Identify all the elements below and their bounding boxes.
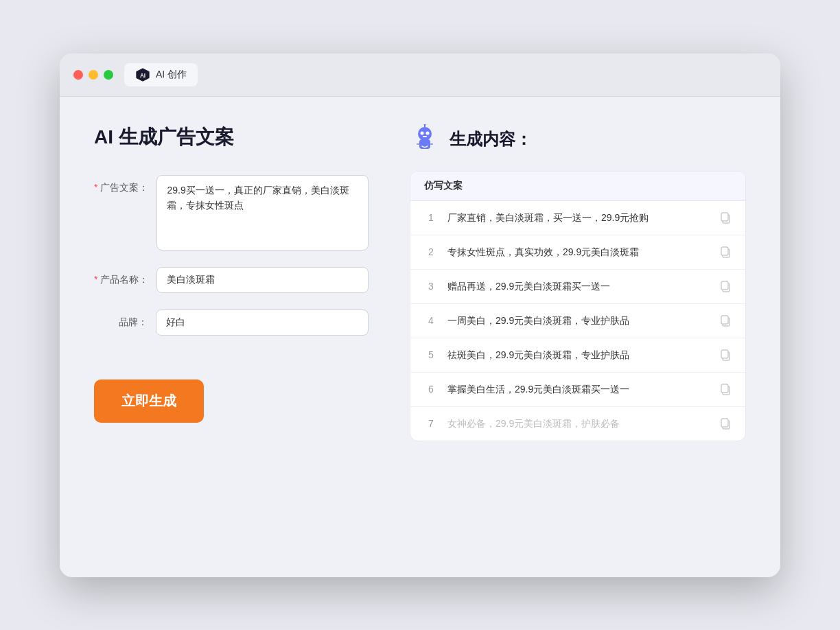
robot-icon (410, 124, 440, 154)
right-panel: 生成内容： 仿写文案 1厂家直销，美白淡斑霜，买一送一，29.9元抢购 2专抹女… (410, 124, 746, 550)
right-title: 生成内容： (450, 128, 532, 150)
svg-rect-12 (721, 213, 728, 221)
row-text: 专抹女性斑点，真实功效，29.9元美白淡斑霜 (447, 245, 710, 259)
table-row: 7女神必备，29.9元美白淡斑霜，护肤必备 (410, 407, 745, 441)
copy-icon[interactable] (719, 314, 732, 327)
svg-rect-22 (721, 384, 728, 393)
row-text: 祛斑美白，29.9元美白淡斑霜，专业护肤品 (447, 348, 710, 362)
row-text: 厂家直销，美白淡斑霜，买一送一，29.9元抢购 (447, 211, 710, 225)
content-area: AI 生成广告文案 *广告文案： 29.9买一送一，真正的厂家直销，美白淡斑霜，… (60, 97, 780, 577)
svg-rect-24 (721, 419, 728, 427)
svg-point-2 (418, 127, 432, 141)
copy-icon[interactable] (719, 246, 732, 258)
ad-copy-label: *广告文案： (94, 175, 156, 194)
left-panel: AI 生成广告文案 *广告文案： 29.9买一送一，真正的厂家直销，美白淡斑霜，… (94, 124, 369, 550)
ad-copy-input[interactable]: 29.9买一送一，真正的厂家直销，美白淡斑霜，专抹女性斑点 (156, 175, 369, 250)
row-number: 4 (424, 315, 438, 326)
browser-window: AI AI 创作 AI 生成广告文案 *广告文案： 29.9买一送一，真正的厂家… (60, 54, 780, 577)
row-text: 一周美白，29.9元美白淡斑霜，专业护肤品 (447, 314, 710, 328)
required-star-product: * (94, 274, 97, 285)
svg-point-5 (426, 131, 430, 135)
row-number: 5 (424, 349, 438, 360)
ai-tab-icon: AI (135, 67, 150, 82)
table-row: 4一周美白，29.9元美白淡斑霜，专业护肤品 (410, 304, 745, 338)
result-table: 仿写文案 1厂家直销，美白淡斑霜，买一送一，29.9元抢购 2专抹女性斑点，真实… (410, 171, 746, 441)
table-header: 仿写文案 (410, 172, 745, 201)
row-text: 赠品再送，29.9元美白淡斑霜买一送一 (447, 279, 710, 294)
table-row: 5祛斑美白，29.9元美白淡斑霜，专业护肤品 (410, 338, 745, 373)
product-name-label: *产品名称： (94, 267, 156, 286)
brand-label: 品牌： (94, 310, 156, 329)
close-button[interactable] (73, 70, 83, 80)
copy-icon[interactable] (719, 211, 732, 224)
page-title: AI 生成广告文案 (94, 124, 369, 150)
traffic-lights (73, 70, 113, 80)
maximize-button[interactable] (104, 70, 113, 80)
row-text: 掌握美白生活，29.9元美白淡斑霜买一送一 (447, 382, 710, 397)
svg-rect-10 (430, 143, 433, 145)
product-name-group: *产品名称： (94, 267, 369, 293)
required-star-ad: * (94, 182, 97, 193)
svg-rect-14 (721, 247, 728, 255)
row-number: 3 (424, 281, 438, 292)
svg-rect-16 (721, 281, 728, 290)
copy-icon[interactable] (719, 349, 732, 361)
title-bar: AI AI 创作 (60, 54, 780, 97)
svg-point-8 (424, 124, 426, 126)
row-number: 7 (424, 418, 438, 429)
svg-rect-18 (721, 316, 728, 324)
table-row: 1厂家直销，美白淡斑霜，买一送一，29.9元抢购 (410, 201, 745, 235)
ad-copy-group: *广告文案： 29.9买一送一，真正的厂家直销，美白淡斑霜，专抹女性斑点 (94, 175, 369, 250)
svg-text:AI: AI (140, 72, 145, 78)
row-text: 女神必备，29.9元美白淡斑霜，护肤必备 (447, 417, 710, 431)
svg-rect-20 (721, 350, 728, 358)
table-row: 3赠品再送，29.9元美白淡斑霜买一送一 (410, 270, 745, 304)
row-number: 6 (424, 384, 438, 395)
brand-group: 品牌： (94, 310, 369, 336)
copy-icon[interactable] (719, 280, 732, 292)
table-row: 6掌握美白生活，29.9元美白淡斑霜买一送一 (410, 373, 745, 407)
copy-icon[interactable] (719, 417, 732, 430)
table-row: 2专抹女性斑点，真实功效，29.9元美白淡斑霜 (410, 235, 745, 270)
brand-input[interactable] (156, 310, 369, 336)
right-header: 生成内容： (410, 124, 746, 154)
svg-rect-9 (417, 143, 419, 145)
svg-point-4 (421, 131, 424, 135)
minimize-button[interactable] (89, 70, 98, 80)
copy-icon[interactable] (719, 383, 732, 395)
generate-button[interactable]: 立即生成 (94, 380, 204, 423)
ai-tab[interactable]: AI AI 创作 (124, 63, 198, 86)
row-number: 2 (424, 246, 438, 257)
result-rows-container: 1厂家直销，美白淡斑霜，买一送一，29.9元抢购 2专抹女性斑点，真实功效，29… (410, 201, 745, 441)
row-number: 1 (424, 212, 438, 223)
product-name-input[interactable] (156, 267, 369, 293)
tab-label: AI 创作 (156, 69, 187, 81)
svg-rect-6 (423, 136, 427, 137)
